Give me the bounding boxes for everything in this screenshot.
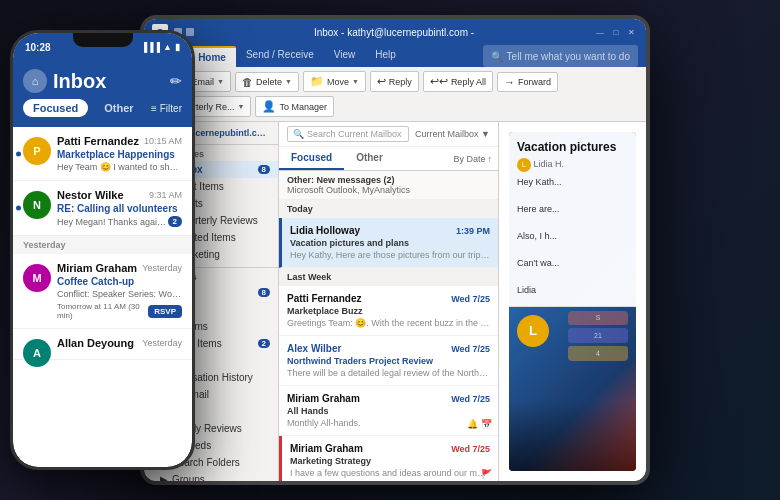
phone-email-item[interactable]: N Nestor Wilke 9:31 AM RE: Calling all v… xyxy=(13,181,192,236)
email-preview: I have a few questions and ideas around … xyxy=(290,468,490,478)
search-icon: 🔍 xyxy=(293,129,304,139)
phone-header-actions: ✏ xyxy=(170,73,182,89)
email-search-box[interactable]: 🔍 Search Current Mailbox xyxy=(287,126,409,142)
phone-email-row1: Miriam Graham Yesterday xyxy=(57,262,182,274)
search-icon: 🔍 xyxy=(491,51,503,62)
email-list-body: Other: New messages (2) Microsoft Outloo… xyxy=(279,171,498,481)
avatar: M xyxy=(23,264,51,292)
email-date: Wed 7/25 xyxy=(451,344,490,354)
tab-focused[interactable]: Focused xyxy=(279,147,344,170)
phone-email-content: Nestor Wilke 9:31 AM RE: Calling all vol… xyxy=(57,189,182,227)
sort-label: By Date xyxy=(453,154,485,164)
titlebar-controls: — □ ✕ xyxy=(594,26,638,38)
reply-all-button[interactable]: ↩↩ Reply All xyxy=(423,71,493,92)
phone-sender: Miriam Graham xyxy=(57,262,137,274)
phone-status-icons: ▐▐▐ ▲ ▮ xyxy=(141,42,180,52)
email-date: 1:39 PM xyxy=(456,226,490,236)
email-item[interactable]: Miriam Graham Wed 7/25 All Hands Monthly… xyxy=(279,386,498,436)
deleted-badge: 2 xyxy=(258,339,270,348)
email-list-tabs: Focused Other By Date ↑ xyxy=(279,147,498,171)
email-item-row1: Miriam Graham Wed 7/25 xyxy=(287,393,490,404)
phone-header-row: ⌂ Inbox ✏ xyxy=(23,69,182,93)
email-preview: Monthly All-hands. xyxy=(287,418,490,428)
move-button[interactable]: 📁 Move ▼ xyxy=(303,71,366,92)
phone-filter[interactable]: ≡ Filter xyxy=(151,103,182,114)
phone-email-list: P Patti Fernandez 10:15 AM Marketplace H… xyxy=(13,127,192,367)
phone-time: 10:28 xyxy=(25,42,51,53)
email-item[interactable]: Lidia Holloway 1:39 PM Vacation pictures… xyxy=(279,218,498,268)
phone-email-content: Miriam Graham Yesterday Coffee Catch-up … xyxy=(57,262,182,320)
folder-name: ▶ Groups xyxy=(160,474,205,481)
reading-city-overlay xyxy=(509,401,636,471)
phone-sender: Nestor Wilke xyxy=(57,189,124,201)
email-subject: Marketing Strategy xyxy=(290,456,490,466)
phone-tab-focused[interactable]: Focused xyxy=(23,99,88,117)
dropdown-icon: ▼ xyxy=(238,103,245,110)
other-messages-banner: Other: New messages (2) Microsoft Outloo… xyxy=(279,171,498,200)
phone-preview: Conflict: Speaker Series: Women in ... xyxy=(57,289,182,299)
tablet-device: O Inbox - kathyt@lucernepubintl.com - — … xyxy=(140,15,650,485)
phone-time: Yesterday xyxy=(142,263,182,273)
email-date: Wed 7/25 xyxy=(451,394,490,404)
maximize-button[interactable]: □ xyxy=(610,26,622,38)
delete-button[interactable]: 🗑 Delete ▼ xyxy=(235,72,299,92)
calendar-note: Tomorrow at 11 AM (30 min) xyxy=(57,302,148,320)
phone-email-item[interactable]: P Patti Fernandez 10:15 AM Marketplace H… xyxy=(13,127,192,181)
manager-label: To Manager xyxy=(279,102,327,112)
phone-compose-icon[interactable]: ✏ xyxy=(170,73,182,89)
email-sort[interactable]: By Date ↑ xyxy=(447,147,498,170)
phone-email-item[interactable]: M Miriam Graham Yesterday Coffee Catch-u… xyxy=(13,254,192,329)
move-icon: 📁 xyxy=(310,75,324,88)
ribbon-tab-view[interactable]: View xyxy=(324,45,366,67)
dropdown-icon: ▼ xyxy=(352,78,359,85)
phone-sender: Patti Fernandez xyxy=(57,135,139,147)
ribbon-tab-home[interactable]: Home xyxy=(188,46,236,67)
avatar: A xyxy=(23,339,51,367)
current-mailbox-label: Current Mailbox ▼ xyxy=(415,129,490,139)
tab-other[interactable]: Other xyxy=(344,147,395,170)
email-item[interactable]: Alex Wilber Wed 7/25 Northwind Traders P… xyxy=(279,336,498,386)
reading-title: Vacation pictures xyxy=(517,140,628,154)
email-preview: Hey Kathy, Here are those pictures from … xyxy=(290,250,490,260)
rsvp-button[interactable]: RSVP xyxy=(148,305,182,318)
ribbon-tab-help[interactable]: Help xyxy=(365,45,406,67)
phone-header: ⌂ Inbox ✏ Focused Other ≡ Filter xyxy=(13,61,192,127)
email-list-panel: 🔍 Search Current Mailbox Current Mailbox… xyxy=(279,122,499,481)
phone-email-item[interactable]: A Allan Deyoung Yesterday xyxy=(13,329,192,360)
manager-icon: 👤 xyxy=(262,100,276,113)
email-subject: Northwind Traders Project Review xyxy=(287,356,490,366)
phone-preview: Hey Megan! Thanks again for setting this… xyxy=(57,217,168,227)
ribbon-search-text: Tell me what you want to do xyxy=(507,51,630,62)
ribbon-search-box[interactable]: 🔍 Tell me what you want to do xyxy=(483,45,638,67)
email-item[interactable]: Miriam Graham Wed 7/25 Marketing Strateg… xyxy=(279,436,498,481)
email-date: Wed 7/25 xyxy=(451,294,490,304)
titlebar-dot xyxy=(186,28,194,36)
phone-time: 9:31 AM xyxy=(149,190,182,200)
ribbon-actions: ✉ New Email ▼ 🗑 Delete ▼ 📁 Move ▼ ↩ Repl… xyxy=(144,67,646,121)
phone-inbox-label: Inbox xyxy=(53,70,106,93)
email-item-icons: 🔔 📅 xyxy=(467,419,492,429)
outlook-titlebar: O Inbox - kathyt@lucernepubintl.com - — … xyxy=(144,19,646,45)
lastweek-section: Last Week xyxy=(279,268,498,286)
to-manager-button[interactable]: 👤 To Manager xyxy=(255,96,334,117)
thumb-item: 4 xyxy=(568,346,628,361)
phone-subject: RE: Calling all volunteers xyxy=(57,203,182,214)
close-button[interactable]: ✕ xyxy=(626,26,638,38)
phone-tab-other[interactable]: Other xyxy=(94,99,143,117)
email-sender: Miriam Graham xyxy=(287,393,360,404)
phone-time: 10:15 AM xyxy=(144,136,182,146)
tablet-body: kathyt@lucernepubintl.com ▼ Favorites 📥 … xyxy=(144,122,646,481)
sort-icon: ↑ xyxy=(488,154,493,164)
reading-thumbnail: S 21 4 xyxy=(568,311,628,361)
email-item-icons: 🚩 xyxy=(481,469,492,479)
groups-item[interactable]: ▶ Groups xyxy=(144,471,278,481)
reading-header: Vacation pictures L Lidia H. Hey Kath...… xyxy=(509,132,636,307)
avatar: N xyxy=(23,191,51,219)
email-item[interactable]: Patti Fernandez Wed 7/25 Marketplace Buz… xyxy=(279,286,498,336)
ribbon-tab-sendreceive[interactable]: Send / Receive xyxy=(236,45,324,67)
forward-button[interactable]: → Forward xyxy=(497,72,558,92)
email-item-row1: Alex Wilber Wed 7/25 xyxy=(287,343,490,354)
minimize-button[interactable]: — xyxy=(594,26,606,38)
email-sender: Alex Wilber xyxy=(287,343,341,354)
reply-button[interactable]: ↩ Reply xyxy=(370,71,419,92)
